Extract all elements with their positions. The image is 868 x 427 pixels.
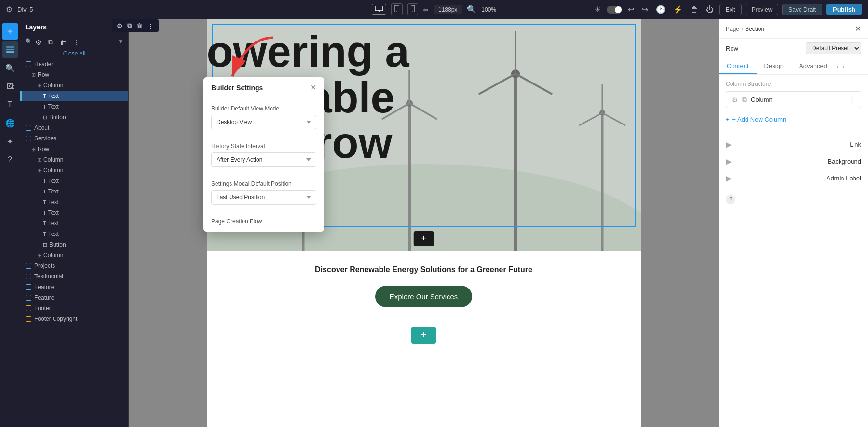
add-column-icon: + bbox=[726, 116, 730, 123]
layer-item-text-8[interactable]: T Text bbox=[20, 229, 128, 239]
layer-item-services-col-2[interactable]: ⊞ Column bbox=[20, 165, 128, 176]
help-icon-btn[interactable]: ? bbox=[726, 194, 735, 204]
add-section-btn[interactable]: + bbox=[411, 327, 436, 344]
modal-body: Builder Default View Mode Desktop View T… bbox=[203, 98, 324, 232]
preview-button[interactable]: Preview bbox=[746, 4, 779, 15]
modal-title: Builder Settings bbox=[211, 84, 263, 92]
panel-section-background[interactable]: ▶ Background bbox=[726, 153, 861, 170]
module-duplicate-btn[interactable]: ⧉ bbox=[46, 37, 55, 48]
link-label: Link bbox=[850, 141, 861, 148]
layer-item-services-col-1[interactable]: ⊞ Column bbox=[20, 154, 128, 165]
layer-item-text-6[interactable]: T Text bbox=[20, 207, 128, 218]
layers-list: Header ⊞ Row ⊞ Column T Text T Text ⊡ Bu… bbox=[20, 59, 128, 427]
tab-content[interactable]: Content bbox=[719, 58, 757, 74]
layers-title: Layers bbox=[25, 23, 47, 31]
power-btn[interactable]: ⏻ bbox=[704, 3, 716, 16]
canvas-area: owering a stainable omorrow ↻ + Discover… bbox=[129, 19, 719, 427]
tab-advanced[interactable]: Advanced bbox=[791, 58, 835, 74]
exit-button[interactable]: Exit bbox=[719, 4, 742, 15]
layer-item-text-5[interactable]: T Text bbox=[20, 197, 128, 207]
publish-button[interactable]: Publish bbox=[826, 4, 862, 15]
layer-item-testimonial[interactable]: Testimonial bbox=[20, 271, 128, 282]
px-display: 1188px bbox=[434, 5, 462, 14]
float-duplicate-btn[interactable]: ⧉ bbox=[125, 21, 134, 30]
topbar: ⚙ Divi 5 ⇔ 1188px 🔍 100% ☀ ↩ ↪ 🕐 ⚡ 🗑 ⏻ E… bbox=[0, 0, 868, 19]
layer-item-column[interactable]: ⊞ Column bbox=[20, 80, 128, 91]
layer-item-text-3[interactable]: T Text bbox=[20, 176, 128, 186]
desktop-view-btn[interactable] bbox=[372, 4, 386, 15]
add-column-btn[interactable]: + + Add New Column bbox=[726, 113, 786, 126]
module-more-btn[interactable]: ⋮ bbox=[71, 37, 82, 48]
add-row-in-hero-btn[interactable]: + bbox=[413, 231, 434, 246]
layer-item-text-active[interactable]: T Text bbox=[20, 91, 128, 101]
search-dropdown-btn[interactable]: ▼ bbox=[118, 38, 123, 45]
undo-btn[interactable]: ↩ bbox=[626, 3, 636, 16]
layer-item-feature-1[interactable]: Feature bbox=[20, 282, 128, 292]
add-element-btn[interactable]: + bbox=[2, 23, 18, 40]
svg-rect-9 bbox=[6, 51, 14, 53]
float-delete-btn[interactable]: 🗑 bbox=[135, 21, 145, 30]
layer-item-text-2[interactable]: T Text bbox=[20, 101, 128, 112]
layer-item-text-7[interactable]: T Text bbox=[20, 218, 128, 229]
preset-dropdown[interactable]: Default Preset bbox=[806, 42, 861, 54]
admin-label-arrow-icon: ▶ bbox=[726, 174, 732, 183]
history-select[interactable]: After Every Action Manual Save Timed Int… bbox=[211, 152, 316, 167]
column-settings-btn[interactable]: ⚙ bbox=[732, 96, 738, 104]
save-draft-button[interactable]: Save Draft bbox=[782, 4, 822, 15]
settings-icon[interactable]: ⚙ bbox=[6, 5, 13, 14]
layer-item-services[interactable]: Services bbox=[20, 133, 128, 144]
view-mode-select[interactable]: Desktop View Tablet View Mobile View bbox=[211, 115, 316, 129]
svg-point-6 bbox=[412, 11, 413, 12]
layer-item-text-4[interactable]: T Text bbox=[20, 186, 128, 197]
sun-icon-btn[interactable]: ☀ bbox=[592, 3, 603, 16]
tablet-view-btn[interactable] bbox=[391, 3, 403, 15]
view-mode-label: Builder Default View Mode bbox=[211, 105, 316, 112]
help-sidebar-btn[interactable]: ? bbox=[2, 152, 18, 168]
layer-item-button-2[interactable]: ⊡ Button bbox=[20, 239, 128, 250]
float-settings-btn[interactable]: ⚙ bbox=[115, 21, 124, 30]
layer-item-projects[interactable]: Projects bbox=[20, 261, 128, 271]
panel-section-link[interactable]: ▶ Link bbox=[726, 136, 861, 153]
interaction-btn[interactable]: ✦ bbox=[2, 133, 18, 150]
float-more-btn[interactable]: ⋮ bbox=[146, 21, 156, 30]
module-delete-btn[interactable]: 🗑 bbox=[57, 37, 69, 48]
theme-toggle[interactable] bbox=[607, 6, 622, 14]
icon-sidebar: + 🔍 🖼 T 🌐 ✦ ? bbox=[0, 19, 20, 427]
panel-section-admin-label[interactable]: ▶ Admin Label bbox=[726, 170, 861, 187]
history-btn[interactable]: 🕐 bbox=[654, 3, 667, 16]
tab-prev-btn[interactable]: ‹ bbox=[835, 58, 841, 74]
tab-design[interactable]: Design bbox=[757, 58, 791, 74]
layer-item-header[interactable]: Header bbox=[20, 59, 128, 69]
right-panel-close-btn[interactable]: ✕ bbox=[855, 24, 861, 33]
cta-button[interactable]: Explore Our Services bbox=[375, 286, 473, 307]
svg-rect-8 bbox=[6, 49, 14, 50]
close-all-button[interactable]: Close All bbox=[20, 48, 128, 59]
layer-item-footer-copyright[interactable]: Footer Copyright bbox=[20, 314, 128, 324]
layer-item-feature-2[interactable]: Feature bbox=[20, 292, 128, 303]
layer-item-button-1[interactable]: ⊡ Button bbox=[20, 112, 128, 123]
global-btn[interactable]: 🌐 bbox=[2, 115, 18, 131]
module-settings-btn[interactable]: ⚙ bbox=[33, 37, 44, 48]
redo-btn[interactable]: ↪ bbox=[640, 3, 650, 16]
layer-item-row[interactable]: ⊞ Row bbox=[20, 69, 128, 80]
typography-btn[interactable]: T bbox=[2, 96, 18, 113]
view-mode-field: Builder Default View Mode Desktop View T… bbox=[211, 105, 316, 136]
modal-position-select[interactable]: Last Used Position Center Top Left bbox=[211, 190, 316, 205]
search-btn[interactable]: 🔍 bbox=[2, 60, 18, 76]
settings-btn[interactable]: ⚡ bbox=[671, 3, 685, 16]
column-menu-btn[interactable]: ⋮ bbox=[849, 96, 855, 103]
trash-btn[interactable]: 🗑 bbox=[689, 3, 700, 16]
right-panel-header: Page › Section ✕ bbox=[719, 19, 868, 39]
layer-item-services-row[interactable]: ⊞ Row bbox=[20, 144, 128, 154]
add-section-area: + bbox=[207, 322, 641, 348]
media-btn[interactable]: 🖼 bbox=[2, 78, 18, 95]
layers-btn[interactable] bbox=[2, 41, 18, 58]
history-label: History State Interval bbox=[211, 143, 316, 150]
layer-item-about[interactable]: About bbox=[20, 123, 128, 133]
modal-close-btn[interactable]: ✕ bbox=[310, 83, 316, 92]
layer-item-services-col-3[interactable]: ⊞ Column bbox=[20, 250, 128, 261]
layer-item-footer[interactable]: Footer bbox=[20, 303, 128, 314]
column-duplicate-btn[interactable]: ⧉ bbox=[742, 96, 747, 104]
tab-next-btn[interactable]: › bbox=[841, 58, 846, 74]
mobile-view-btn[interactable] bbox=[407, 3, 418, 15]
